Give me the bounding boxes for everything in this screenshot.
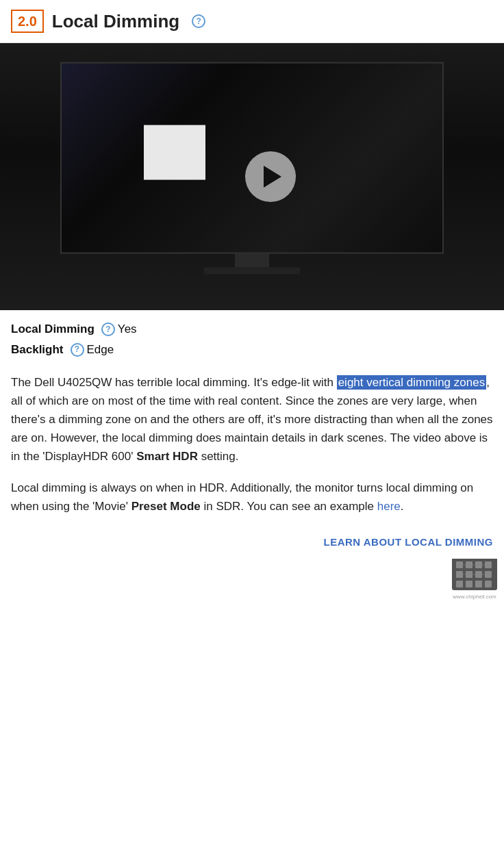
svg-rect-4 bbox=[485, 561, 492, 568]
desc-p1-bold: Smart HDR bbox=[136, 450, 198, 463]
here-link[interactable]: here bbox=[377, 500, 401, 513]
backlight-spec-row: Backlight ? Edge bbox=[11, 342, 493, 358]
desc-p1-end: setting. bbox=[198, 450, 239, 463]
svg-rect-10 bbox=[466, 581, 473, 587]
desc-p2-bold: Preset Mode bbox=[131, 500, 201, 513]
chiphell-svg bbox=[451, 559, 499, 594]
svg-rect-7 bbox=[475, 571, 482, 578]
specs-section: Local Dimming ? Yes Backlight ? Edge bbox=[0, 310, 504, 358]
svg-rect-9 bbox=[456, 581, 463, 587]
description-section: The Dell U4025QW has terrible local dimm… bbox=[0, 362, 504, 516]
svg-rect-2 bbox=[466, 561, 473, 568]
desc-p1-before: The Dell U4025QW has terrible local dimm… bbox=[11, 376, 337, 389]
backlight-value: Edge bbox=[87, 342, 114, 358]
local-dimming-value: Yes bbox=[118, 321, 137, 338]
local-dimming-help-icon[interactable]: ? bbox=[101, 322, 115, 336]
play-button[interactable] bbox=[245, 151, 296, 202]
local-dimming-label: Local Dimming bbox=[11, 321, 94, 338]
desc-p2-after: in SDR. You can see an example bbox=[201, 500, 377, 513]
description-paragraph-1: The Dell U4025QW has terrible local dimm… bbox=[11, 373, 493, 466]
svg-rect-12 bbox=[485, 581, 492, 587]
backlight-help-icon[interactable]: ? bbox=[71, 343, 84, 357]
svg-rect-11 bbox=[475, 581, 482, 587]
watermark-text: www.chiphell.com bbox=[451, 594, 499, 600]
svg-rect-6 bbox=[466, 571, 473, 578]
score-badge: 2.0 bbox=[11, 10, 44, 33]
title-help-icon[interactable]: ? bbox=[192, 14, 205, 28]
local-dimming-spec-row: Local Dimming ? Yes bbox=[11, 321, 493, 338]
watermark-logo: www.chiphell.com bbox=[451, 559, 499, 600]
learn-more-label: LEARN ABOUT LOCAL DIMMING bbox=[324, 536, 493, 548]
description-paragraph-2: Local dimming is always on when in HDR. … bbox=[11, 479, 493, 516]
svg-rect-8 bbox=[485, 571, 492, 578]
desc-p2-end: . bbox=[401, 500, 404, 513]
backlight-label: Backlight bbox=[11, 342, 64, 358]
page-header: 2.0 Local Dimming ? bbox=[0, 0, 504, 43]
video-thumbnail[interactable] bbox=[0, 43, 504, 310]
svg-rect-5 bbox=[456, 571, 463, 578]
page-title: Local Dimming bbox=[52, 11, 179, 32]
watermark-area: www.chiphell.com bbox=[0, 559, 504, 600]
desc-p1-highlight: eight vertical dimming zones bbox=[337, 375, 486, 390]
svg-rect-3 bbox=[475, 561, 482, 568]
learn-more-section: LEARN ABOUT LOCAL DIMMING bbox=[0, 528, 504, 559]
white-square-graphic bbox=[144, 125, 205, 180]
learn-more-link[interactable]: LEARN ABOUT LOCAL DIMMING bbox=[324, 536, 493, 548]
play-triangle-icon bbox=[264, 166, 281, 188]
svg-rect-1 bbox=[456, 561, 463, 568]
